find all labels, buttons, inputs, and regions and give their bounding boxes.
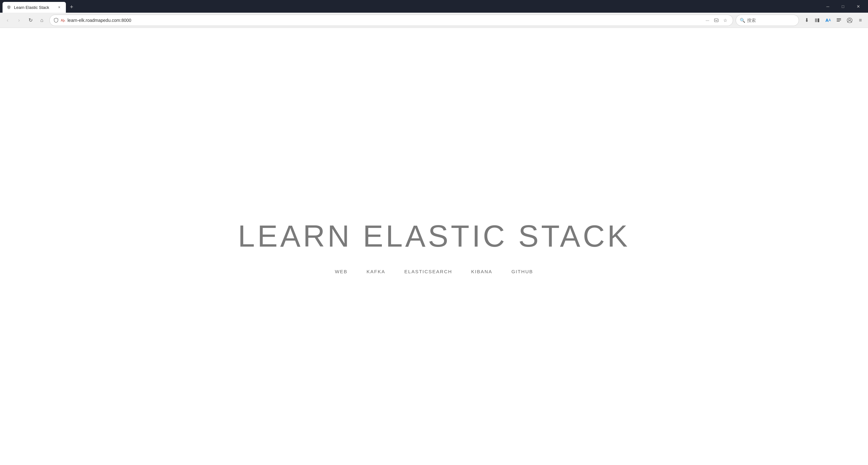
address-input[interactable] [67, 18, 702, 23]
pocket-button[interactable] [713, 17, 720, 24]
svg-rect-3 [714, 19, 718, 22]
download-button[interactable]: ⬇ [802, 15, 812, 25]
address-bar[interactable]: A A ··· ☆ [50, 14, 733, 26]
bookmark-button[interactable]: ☆ [721, 17, 729, 24]
nav-item-github[interactable]: GITHUB [512, 269, 533, 274]
page-content: LEARN ELASTIC STACK WEB KAFKA ELASTICSEA… [0, 28, 868, 465]
svg-text:A: A [64, 20, 65, 22]
translate-icon: A A [61, 18, 66, 23]
minimize-button[interactable]: ─ [820, 1, 835, 11]
security-icon [54, 18, 59, 23]
nav-item-kibana[interactable]: KIBANA [471, 269, 492, 274]
navigation-bar: ‹ › ↻ ⌂ A A ··· [0, 13, 868, 28]
active-tab[interactable]: Learn Elastic Stack × [3, 2, 66, 13]
menu-button[interactable]: ≡ [855, 15, 865, 25]
svg-rect-5 [816, 19, 817, 22]
svg-rect-4 [815, 19, 816, 22]
tab-favicon [6, 5, 11, 10]
svg-point-11 [849, 19, 850, 21]
reader-button[interactable] [834, 15, 844, 25]
svg-rect-6 [818, 19, 819, 22]
site-navigation: WEB KAFKA ELASTICSEARCH KIBANA GITHUB [335, 269, 533, 274]
library-button[interactable] [812, 15, 823, 25]
close-button[interactable]: ✕ [851, 1, 865, 11]
tab-bar: Learn Elastic Stack × + [3, 0, 818, 13]
search-bar[interactable]: 🔍 [736, 14, 799, 26]
home-button[interactable]: ⌂ [37, 15, 47, 25]
search-input[interactable] [747, 18, 802, 23]
title-bar: Learn Elastic Stack × + ─ □ ✕ [0, 0, 868, 13]
nav-item-kafka[interactable]: KAFKA [367, 269, 385, 274]
site-title: LEARN ELASTIC STACK [238, 219, 630, 254]
svg-rect-7 [837, 19, 841, 19]
translate-nav-button[interactable]: AA [823, 15, 833, 25]
browser-window: Learn Elastic Stack × + ─ □ ✕ ‹ › ↻ ⌂ A [0, 0, 868, 465]
search-icon: 🔍 [740, 18, 745, 23]
nav-item-elasticsearch[interactable]: ELASTICSEARCH [404, 269, 452, 274]
tab-close-button[interactable]: × [56, 4, 62, 10]
svg-text:A: A [61, 19, 63, 22]
back-button[interactable]: ‹ [3, 15, 13, 25]
nav-item-web[interactable]: WEB [335, 269, 347, 274]
svg-rect-9 [837, 21, 840, 22]
address-bar-actions: ··· ☆ [704, 17, 729, 24]
nav-right-buttons: ⬇ AA [802, 15, 865, 25]
more-button[interactable]: ··· [704, 17, 711, 24]
forward-button[interactable]: › [14, 15, 24, 25]
new-tab-button[interactable]: + [67, 3, 76, 11]
tab-title: Learn Elastic Stack [14, 5, 54, 10]
maximize-button[interactable]: □ [836, 1, 850, 11]
profile-button[interactable] [844, 15, 855, 25]
svg-rect-8 [837, 20, 841, 20]
window-controls: ─ □ ✕ [820, 1, 865, 11]
refresh-button[interactable]: ↻ [25, 15, 35, 25]
